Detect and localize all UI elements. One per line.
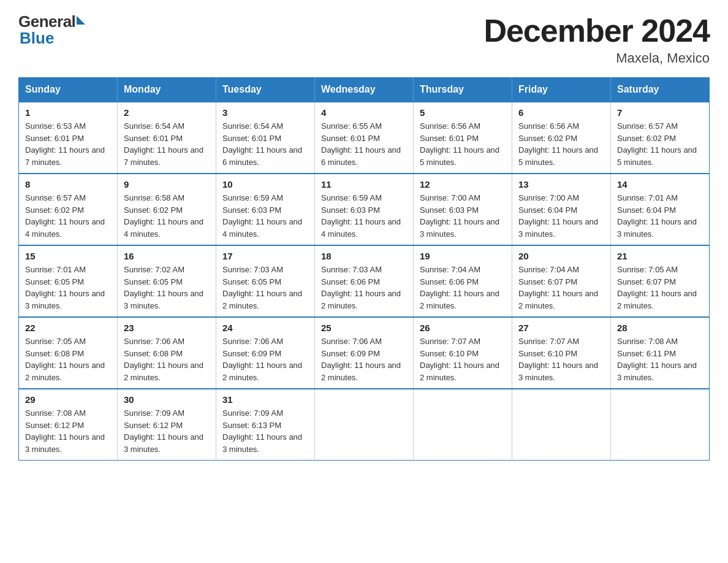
day-number: 2 <box>124 107 210 118</box>
calendar-day-cell: 23 Sunrise: 7:06 AM Sunset: 6:08 PM Dayl… <box>118 317 216 389</box>
day-info: Sunrise: 7:03 AM Sunset: 6:06 PM Dayligh… <box>321 264 407 312</box>
day-info: Sunrise: 7:09 AM Sunset: 6:13 PM Dayligh… <box>222 407 308 455</box>
day-info: Sunrise: 7:09 AM Sunset: 6:12 PM Dayligh… <box>124 407 210 455</box>
day-info: Sunrise: 6:54 AM Sunset: 6:01 PM Dayligh… <box>222 120 308 168</box>
day-number: 12 <box>420 179 506 190</box>
calendar-day-cell <box>512 389 611 461</box>
day-number: 14 <box>617 179 703 190</box>
day-number: 28 <box>617 323 703 333</box>
day-info: Sunrise: 7:03 AM Sunset: 6:05 PM Dayligh… <box>222 264 308 312</box>
calendar-header: SundayMondayTuesdayWednesdayThursdayFrid… <box>19 78 710 102</box>
day-info: Sunrise: 7:06 AM Sunset: 6:08 PM Dayligh… <box>124 335 210 383</box>
day-info: Sunrise: 7:05 AM Sunset: 6:08 PM Dayligh… <box>25 335 111 383</box>
day-info: Sunrise: 6:57 AM Sunset: 6:02 PM Dayligh… <box>617 120 703 168</box>
day-number: 24 <box>222 323 308 333</box>
calendar-day-cell: 3 Sunrise: 6:54 AM Sunset: 6:01 PM Dayli… <box>216 102 315 174</box>
calendar-day-cell: 17 Sunrise: 7:03 AM Sunset: 6:05 PM Dayl… <box>216 245 315 317</box>
day-of-week-header: Sunday <box>19 78 118 102</box>
calendar-week-row: 29 Sunrise: 7:08 AM Sunset: 6:12 PM Dayl… <box>19 389 710 461</box>
day-number: 10 <box>222 179 308 190</box>
day-number: 8 <box>25 179 111 190</box>
day-of-week-header: Tuesday <box>216 78 315 102</box>
calendar-day-cell: 29 Sunrise: 7:08 AM Sunset: 6:12 PM Dayl… <box>19 389 118 461</box>
day-info: Sunrise: 7:04 AM Sunset: 6:07 PM Dayligh… <box>518 264 604 312</box>
day-info: Sunrise: 6:59 AM Sunset: 6:03 PM Dayligh… <box>321 192 407 240</box>
calendar-day-cell: 24 Sunrise: 7:06 AM Sunset: 6:09 PM Dayl… <box>216 317 315 389</box>
calendar-week-row: 1 Sunrise: 6:53 AM Sunset: 6:01 PM Dayli… <box>19 102 710 174</box>
day-number: 3 <box>222 107 308 118</box>
day-info: Sunrise: 6:58 AM Sunset: 6:02 PM Dayligh… <box>124 192 210 240</box>
day-info: Sunrise: 7:00 AM Sunset: 6:03 PM Dayligh… <box>420 192 506 240</box>
calendar-day-cell <box>315 389 414 461</box>
day-number: 1 <box>25 107 111 118</box>
day-info: Sunrise: 7:06 AM Sunset: 6:09 PM Dayligh… <box>222 335 308 383</box>
day-number: 18 <box>321 251 407 261</box>
day-info: Sunrise: 7:05 AM Sunset: 6:07 PM Dayligh… <box>617 264 703 312</box>
day-number: 26 <box>420 323 506 333</box>
day-number: 11 <box>321 179 407 190</box>
day-number: 15 <box>25 251 111 261</box>
logo-blue-text: Blue <box>20 29 54 48</box>
page-subtitle: Maxela, Mexico <box>483 50 710 66</box>
day-number: 21 <box>617 251 703 261</box>
calendar-day-cell: 21 Sunrise: 7:05 AM Sunset: 6:07 PM Dayl… <box>611 245 710 317</box>
day-number: 23 <box>124 323 210 333</box>
day-number: 19 <box>420 251 506 261</box>
calendar-day-cell: 5 Sunrise: 6:56 AM Sunset: 6:01 PM Dayli… <box>414 102 512 174</box>
calendar-day-cell: 1 Sunrise: 6:53 AM Sunset: 6:01 PM Dayli… <box>19 102 118 174</box>
calendar-day-cell: 27 Sunrise: 7:07 AM Sunset: 6:10 PM Dayl… <box>512 317 611 389</box>
day-number: 22 <box>25 323 111 333</box>
day-info: Sunrise: 7:07 AM Sunset: 6:10 PM Dayligh… <box>420 335 506 383</box>
calendar-day-cell: 8 Sunrise: 6:57 AM Sunset: 6:02 PM Dayli… <box>19 174 118 245</box>
logo-arrow-icon <box>77 16 85 25</box>
calendar-day-cell: 9 Sunrise: 6:58 AM Sunset: 6:02 PM Dayli… <box>118 174 216 245</box>
calendar-day-cell: 30 Sunrise: 7:09 AM Sunset: 6:12 PM Dayl… <box>118 389 216 461</box>
day-info: Sunrise: 6:53 AM Sunset: 6:01 PM Dayligh… <box>25 120 111 168</box>
calendar-day-cell: 4 Sunrise: 6:55 AM Sunset: 6:01 PM Dayli… <box>315 102 414 174</box>
calendar-day-cell: 28 Sunrise: 7:08 AM Sunset: 6:11 PM Dayl… <box>611 317 710 389</box>
calendar-body: 1 Sunrise: 6:53 AM Sunset: 6:01 PM Dayli… <box>19 102 710 461</box>
day-info: Sunrise: 6:55 AM Sunset: 6:01 PM Dayligh… <box>321 120 407 168</box>
day-number: 16 <box>124 251 210 261</box>
calendar-day-cell: 31 Sunrise: 7:09 AM Sunset: 6:13 PM Dayl… <box>216 389 315 461</box>
calendar-day-cell: 18 Sunrise: 7:03 AM Sunset: 6:06 PM Dayl… <box>315 245 414 317</box>
day-info: Sunrise: 7:08 AM Sunset: 6:11 PM Dayligh… <box>617 335 703 383</box>
day-info: Sunrise: 6:54 AM Sunset: 6:01 PM Dayligh… <box>124 120 210 168</box>
day-number: 30 <box>124 394 210 405</box>
logo: General Blue <box>18 12 85 48</box>
calendar-week-row: 15 Sunrise: 7:01 AM Sunset: 6:05 PM Dayl… <box>19 245 710 317</box>
calendar-day-cell: 2 Sunrise: 6:54 AM Sunset: 6:01 PM Dayli… <box>118 102 216 174</box>
page-title: December 2024 <box>483 12 710 49</box>
calendar-table: SundayMondayTuesdayWednesdayThursdayFrid… <box>18 77 710 461</box>
title-block: December 2024 Maxela, Mexico <box>483 12 710 66</box>
day-info: Sunrise: 7:02 AM Sunset: 6:05 PM Dayligh… <box>124 264 210 312</box>
calendar-day-cell: 12 Sunrise: 7:00 AM Sunset: 6:03 PM Dayl… <box>414 174 512 245</box>
day-info: Sunrise: 6:57 AM Sunset: 6:02 PM Dayligh… <box>25 192 111 240</box>
calendar-day-cell: 19 Sunrise: 7:04 AM Sunset: 6:06 PM Dayl… <box>414 245 512 317</box>
day-number: 9 <box>124 179 210 190</box>
calendar-day-cell <box>414 389 512 461</box>
calendar-day-cell: 10 Sunrise: 6:59 AM Sunset: 6:03 PM Dayl… <box>216 174 315 245</box>
day-number: 17 <box>222 251 308 261</box>
calendar-day-cell: 14 Sunrise: 7:01 AM Sunset: 6:04 PM Dayl… <box>611 174 710 245</box>
day-of-week-header: Friday <box>512 78 611 102</box>
day-number: 31 <box>222 394 308 405</box>
day-number: 29 <box>25 394 111 405</box>
day-number: 6 <box>518 107 604 118</box>
calendar-day-cell: 15 Sunrise: 7:01 AM Sunset: 6:05 PM Dayl… <box>19 245 118 317</box>
day-number: 25 <box>321 323 407 333</box>
day-info: Sunrise: 6:56 AM Sunset: 6:01 PM Dayligh… <box>420 120 506 168</box>
day-number: 20 <box>518 251 604 261</box>
calendar-day-cell: 20 Sunrise: 7:04 AM Sunset: 6:07 PM Dayl… <box>512 245 611 317</box>
day-info: Sunrise: 7:07 AM Sunset: 6:10 PM Dayligh… <box>518 335 604 383</box>
day-info: Sunrise: 7:06 AM Sunset: 6:09 PM Dayligh… <box>321 335 407 383</box>
calendar-week-row: 22 Sunrise: 7:05 AM Sunset: 6:08 PM Dayl… <box>19 317 710 389</box>
calendar-week-row: 8 Sunrise: 6:57 AM Sunset: 6:02 PM Dayli… <box>19 174 710 245</box>
day-info: Sunrise: 6:59 AM Sunset: 6:03 PM Dayligh… <box>222 192 308 240</box>
calendar-day-cell: 6 Sunrise: 6:56 AM Sunset: 6:02 PM Dayli… <box>512 102 611 174</box>
day-number: 13 <box>518 179 604 190</box>
day-number: 4 <box>321 107 407 118</box>
day-number: 27 <box>518 323 604 333</box>
day-info: Sunrise: 7:08 AM Sunset: 6:12 PM Dayligh… <box>25 407 111 455</box>
day-number: 5 <box>420 107 506 118</box>
